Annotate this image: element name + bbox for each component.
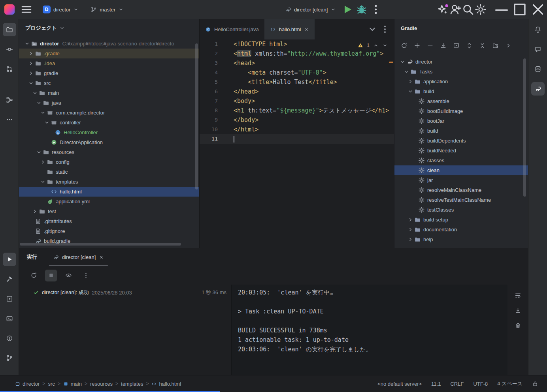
chevron-down-icon[interactable] [39, 179, 47, 185]
tree-item-help[interactable]: help [394, 234, 528, 244]
tree-item-hallo-html[interactable]: hallo.html [19, 187, 199, 197]
pull-requests-tool-button[interactable] [3, 62, 16, 76]
clear-all-button[interactable] [513, 320, 523, 330]
status-item-utf-8[interactable]: UTF-8 [473, 381, 488, 387]
tree-item-tasks[interactable]: Tasks [394, 67, 528, 77]
tree-item-classes[interactable]: classes [394, 156, 528, 165]
tree-item-java[interactable]: java [19, 98, 199, 108]
tree-item-hellocontroller[interactable]: CHelloController [19, 128, 199, 137]
breadcrumb-director[interactable]: director [15, 381, 40, 387]
chevron-down-icon[interactable] [35, 149, 43, 156]
status-item-4[interactable]: 4 スペース [497, 380, 522, 387]
code-line-7[interactable]: 7<body> [200, 96, 394, 106]
search-everywhere-icon[interactable] [462, 3, 474, 16]
close-tab-icon[interactable] [304, 27, 309, 32]
code-line-8[interactable]: 8<h1 th:text="${message}">テストメッセージ</h1> [200, 106, 394, 115]
branch-widget[interactable]: master [87, 3, 127, 16]
lock-icon[interactable] [532, 381, 538, 387]
gradle-tool-button[interactable] [531, 82, 545, 96]
status-item-crlf[interactable]: CRLF [450, 381, 464, 387]
project-tool-button[interactable] [3, 23, 16, 36]
tree-item-director[interactable]: directorC:¥xampp¥htdocs¥java-scenario-di… [19, 39, 199, 49]
chevron-right-icon[interactable] [27, 70, 35, 77]
run-tab-director-clean[interactable]: director [clean] [47, 248, 109, 266]
ai-assistant-titlebar-icon[interactable] [436, 3, 449, 16]
project-horizontal-scrollbar[interactable] [20, 243, 181, 246]
tree-item-gitignore[interactable]: .gitignore [19, 226, 199, 236]
chevron-down-icon[interactable] [35, 100, 43, 106]
tab-hallo-html[interactable]: hallo.html [264, 19, 315, 39]
chevron-right-icon[interactable] [406, 79, 414, 85]
chevron-right-icon[interactable] [31, 208, 39, 215]
chevron-down-icon[interactable] [406, 88, 414, 95]
tree-item-main[interactable]: main [19, 88, 199, 98]
chevron-down-icon[interactable] [39, 110, 47, 116]
execute-task-button[interactable] [451, 40, 462, 51]
tree-item-application[interactable]: application [394, 77, 528, 86]
chevron-down-icon[interactable] [398, 59, 406, 65]
download-sources-button[interactable] [438, 40, 449, 51]
expand-all-button[interactable] [464, 40, 475, 51]
code-line-2[interactable]: 2<html xmlns:th="http://www.thymeleaf.or… [200, 49, 394, 58]
editor-content[interactable]: 1<!DOCTYPE html>2<html xmlns:th="http://… [200, 39, 394, 248]
tree-item-config[interactable]: config [19, 157, 199, 167]
tree-item-static[interactable]: static [19, 167, 199, 177]
tree-item-clean[interactable]: clean [394, 165, 528, 175]
tree-item-build[interactable]: build [394, 126, 528, 136]
run-button[interactable] [341, 3, 354, 16]
structure-tool-button[interactable] [3, 93, 16, 107]
main-menu-icon[interactable] [20, 3, 33, 16]
run-summary-row[interactable]: director [clean]: 成功 2025/06/28 20:03 1 … [19, 287, 231, 298]
run-console[interactable]: 20:03:05: 'clean' を実行中… > Task :clean UP… [231, 285, 507, 375]
tree-item-application-yml[interactable]: application.yml [19, 197, 199, 206]
tree-item-gradle[interactable]: gradle [19, 68, 199, 78]
chevron-right-icon[interactable] [406, 236, 414, 243]
run-tool-button[interactable] [3, 253, 16, 266]
breadcrumb-hallo-html[interactable]: hallo.html [151, 381, 181, 387]
tree-item-documentation[interactable]: documentation [394, 225, 528, 234]
hide-toolbar-button[interactable] [503, 40, 514, 51]
code-with-me-icon[interactable] [449, 3, 462, 16]
tree-item-resolvetestmainclassname[interactable]: resolveTestMainClassName [394, 195, 528, 205]
code-line-10[interactable]: 10</html> [200, 125, 394, 134]
close-button[interactable] [529, 0, 547, 19]
tree-item-bootbuildimage[interactable]: bootBuildImage [394, 106, 528, 116]
next-problem-icon[interactable] [382, 43, 388, 48]
tab-hellocontroller-java[interactable]: C HelloController.java [200, 19, 264, 39]
services-tool-button[interactable] [3, 292, 16, 306]
chevron-right-icon[interactable] [406, 227, 414, 233]
chevron-right-icon[interactable] [39, 159, 47, 165]
code-line-9[interactable]: 9</body> [200, 115, 394, 125]
maximize-button[interactable] [511, 0, 529, 19]
status-item-no-default-server[interactable]: <no default server> [377, 381, 422, 387]
code-line-3[interactable]: 3<head> [200, 58, 394, 68]
more-tool-windows-button[interactable] [3, 113, 16, 126]
breadcrumb-main[interactable]: main [63, 381, 82, 387]
breadcrumb-resources[interactable]: resources [90, 381, 113, 387]
tree-item-com-example-director[interactable]: com.example.director [19, 108, 199, 118]
scroll-to-end-button[interactable] [513, 305, 523, 315]
code-line-6[interactable]: 6</head> [200, 87, 394, 96]
tree-item-testclasses[interactable]: testClasses [394, 205, 528, 215]
tree-item-directorapplication[interactable]: DirectorApplication [19, 137, 199, 147]
tree-item-buildneeded[interactable]: buildNeeded [394, 146, 528, 156]
project-vertical-scrollbar[interactable] [195, 43, 198, 189]
soft-wrap-button[interactable] [513, 290, 523, 300]
tree-item-test[interactable]: test [19, 206, 199, 216]
debug-button[interactable] [355, 3, 368, 16]
tree-item-build[interactable]: build [394, 86, 528, 96]
tree-item-gradle[interactable]: .gradle [19, 49, 199, 58]
tab-options-icon[interactable] [380, 24, 390, 34]
status-item-11-1[interactable]: 11:1 [431, 381, 441, 387]
code-line-5[interactable]: 5 <title>Hallo Test</title> [200, 77, 394, 87]
terminal-tool-button[interactable] [3, 312, 16, 325]
tree-item-assemble[interactable]: assemble [394, 96, 528, 106]
refresh-gradle-button[interactable] [398, 40, 409, 51]
code-line-11[interactable]: 11 [200, 134, 394, 144]
prev-problem-icon[interactable] [373, 43, 379, 48]
chevron-right-icon[interactable] [406, 217, 414, 223]
tree-item-src[interactable]: src [19, 78, 199, 88]
run-config-widget[interactable]: director [clean] [281, 3, 340, 16]
gradle-settings-button[interactable] [490, 40, 501, 51]
code-line-4[interactable]: 4 <meta charset="UTF-8"> [200, 68, 394, 77]
